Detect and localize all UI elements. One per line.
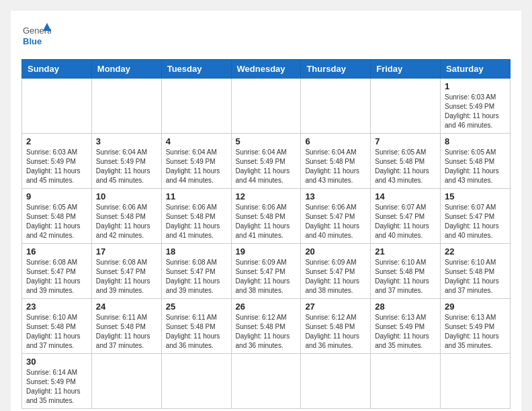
- day-info: Sunrise: 6:10 AM Sunset: 5:48 PM Dayligh…: [445, 258, 506, 295]
- calendar-week-row: 2Sunrise: 6:03 AM Sunset: 5:49 PM Daylig…: [22, 134, 511, 189]
- calendar-cell: 25Sunrise: 6:11 AM Sunset: 5:48 PM Dayli…: [161, 299, 231, 354]
- header: General Blue: [21, 21, 511, 51]
- calendar-cell: 3Sunrise: 6:04 AM Sunset: 5:49 PM Daylig…: [91, 134, 161, 189]
- calendar-cell: 17Sunrise: 6:08 AM Sunset: 5:47 PM Dayli…: [91, 244, 161, 299]
- calendar-cell: 27Sunrise: 6:12 AM Sunset: 5:48 PM Dayli…: [301, 299, 371, 354]
- day-info: Sunrise: 6:12 AM Sunset: 5:48 PM Dayligh…: [236, 313, 297, 351]
- calendar-body: 1Sunrise: 6:03 AM Sunset: 5:49 PM Daylig…: [22, 79, 511, 409]
- day-number: 20: [305, 246, 366, 257]
- calendar-week-row: 30Sunrise: 6:14 AM Sunset: 5:49 PM Dayli…: [22, 354, 511, 409]
- day-number: 17: [96, 246, 157, 257]
- day-number: 13: [305, 191, 366, 201]
- logo: General Blue: [21, 21, 51, 51]
- weekday-header-sunday: Sunday: [22, 60, 92, 79]
- calendar-cell: 26Sunrise: 6:12 AM Sunset: 5:48 PM Dayli…: [231, 299, 301, 354]
- day-info: Sunrise: 6:05 AM Sunset: 5:48 PM Dayligh…: [26, 203, 87, 240]
- day-info: Sunrise: 6:05 AM Sunset: 5:48 PM Dayligh…: [375, 148, 436, 185]
- day-info: Sunrise: 6:06 AM Sunset: 5:48 PM Dayligh…: [166, 203, 227, 240]
- day-info: Sunrise: 6:06 AM Sunset: 5:48 PM Dayligh…: [236, 203, 297, 240]
- day-info: Sunrise: 6:07 AM Sunset: 5:47 PM Dayligh…: [375, 203, 436, 240]
- calendar-cell: 29Sunrise: 6:13 AM Sunset: 5:49 PM Dayli…: [441, 299, 511, 354]
- day-number: 1: [445, 81, 506, 91]
- day-number: 14: [375, 191, 436, 201]
- day-number: 11: [166, 191, 227, 201]
- calendar-cell: 12Sunrise: 6:06 AM Sunset: 5:48 PM Dayli…: [231, 189, 301, 244]
- day-info: Sunrise: 6:14 AM Sunset: 5:49 PM Dayligh…: [26, 368, 87, 406]
- day-info: Sunrise: 6:03 AM Sunset: 5:49 PM Dayligh…: [26, 148, 87, 185]
- weekday-header-wednesday: Wednesday: [231, 60, 301, 79]
- calendar-cell: 20Sunrise: 6:09 AM Sunset: 5:47 PM Dayli…: [301, 244, 371, 299]
- weekday-header-friday: Friday: [371, 60, 441, 79]
- calendar-cell: [161, 79, 231, 134]
- calendar-cell: 24Sunrise: 6:11 AM Sunset: 5:48 PM Dayli…: [91, 299, 161, 354]
- calendar-cell: [91, 79, 161, 134]
- calendar-cell: 8Sunrise: 6:05 AM Sunset: 5:48 PM Daylig…: [441, 134, 511, 189]
- day-number: 3: [96, 136, 157, 146]
- calendar-container: General Blue SundayMondayTuesdayWednesda…: [11, 11, 521, 411]
- calendar-cell: 28Sunrise: 6:13 AM Sunset: 5:49 PM Dayli…: [371, 299, 441, 354]
- day-number: 12: [236, 191, 297, 201]
- day-number: 30: [26, 357, 87, 367]
- calendar-cell: [371, 79, 441, 134]
- day-info: Sunrise: 6:07 AM Sunset: 5:47 PM Dayligh…: [445, 203, 506, 240]
- calendar-cell: 22Sunrise: 6:10 AM Sunset: 5:48 PM Dayli…: [441, 244, 511, 299]
- logo-svg: General Blue: [21, 21, 51, 51]
- day-info: Sunrise: 6:08 AM Sunset: 5:47 PM Dayligh…: [26, 258, 87, 295]
- day-number: 29: [445, 302, 506, 312]
- day-info: Sunrise: 6:13 AM Sunset: 5:49 PM Dayligh…: [375, 313, 436, 351]
- calendar-week-row: 1Sunrise: 6:03 AM Sunset: 5:49 PM Daylig…: [22, 79, 511, 134]
- calendar-week-row: 16Sunrise: 6:08 AM Sunset: 5:47 PM Dayli…: [22, 244, 511, 299]
- day-number: 25: [166, 302, 227, 312]
- calendar-cell: [441, 354, 511, 409]
- calendar-cell: [371, 354, 441, 409]
- calendar-cell: 30Sunrise: 6:14 AM Sunset: 5:49 PM Dayli…: [22, 354, 92, 409]
- day-info: Sunrise: 6:08 AM Sunset: 5:47 PM Dayligh…: [166, 258, 227, 295]
- day-info: Sunrise: 6:08 AM Sunset: 5:47 PM Dayligh…: [96, 258, 157, 295]
- calendar-cell: 14Sunrise: 6:07 AM Sunset: 5:47 PM Dayli…: [371, 189, 441, 244]
- day-info: Sunrise: 6:03 AM Sunset: 5:49 PM Dayligh…: [445, 93, 506, 130]
- day-number: 19: [236, 246, 297, 257]
- day-info: Sunrise: 6:12 AM Sunset: 5:48 PM Dayligh…: [305, 313, 366, 351]
- day-number: 15: [445, 191, 506, 201]
- calendar-cell: 6Sunrise: 6:04 AM Sunset: 5:48 PM Daylig…: [301, 134, 371, 189]
- weekday-header-row: SundayMondayTuesdayWednesdayThursdayFrid…: [22, 60, 511, 79]
- day-info: Sunrise: 6:04 AM Sunset: 5:49 PM Dayligh…: [96, 148, 157, 185]
- day-number: 5: [236, 136, 297, 146]
- day-info: Sunrise: 6:11 AM Sunset: 5:48 PM Dayligh…: [96, 313, 157, 351]
- calendar-cell: 11Sunrise: 6:06 AM Sunset: 5:48 PM Dayli…: [161, 189, 231, 244]
- day-number: 24: [96, 302, 157, 312]
- calendar-cell: [301, 79, 371, 134]
- weekday-header-monday: Monday: [91, 60, 161, 79]
- calendar-cell: [161, 354, 231, 409]
- day-info: Sunrise: 6:10 AM Sunset: 5:48 PM Dayligh…: [375, 258, 436, 295]
- day-number: 27: [305, 302, 366, 312]
- day-info: Sunrise: 6:09 AM Sunset: 5:47 PM Dayligh…: [305, 258, 366, 295]
- day-number: 6: [305, 136, 366, 146]
- calendar-week-row: 9Sunrise: 6:05 AM Sunset: 5:48 PM Daylig…: [22, 189, 511, 244]
- weekday-header-saturday: Saturday: [441, 60, 511, 79]
- day-number: 23: [26, 302, 87, 312]
- calendar-cell: 18Sunrise: 6:08 AM Sunset: 5:47 PM Dayli…: [161, 244, 231, 299]
- calendar-cell: [231, 79, 301, 134]
- day-info: Sunrise: 6:04 AM Sunset: 5:48 PM Dayligh…: [305, 148, 366, 185]
- day-number: 7: [375, 136, 436, 146]
- day-number: 8: [445, 136, 506, 146]
- day-number: 26: [236, 302, 297, 312]
- day-info: Sunrise: 6:11 AM Sunset: 5:48 PM Dayligh…: [166, 313, 227, 351]
- calendar-cell: [301, 354, 371, 409]
- day-number: 21: [375, 246, 436, 257]
- calendar-cell: [22, 79, 92, 134]
- day-info: Sunrise: 6:13 AM Sunset: 5:49 PM Dayligh…: [445, 313, 506, 351]
- day-number: 18: [166, 246, 227, 257]
- calendar-cell: 5Sunrise: 6:04 AM Sunset: 5:49 PM Daylig…: [231, 134, 301, 189]
- day-number: 28: [375, 302, 436, 312]
- calendar-cell: 16Sunrise: 6:08 AM Sunset: 5:47 PM Dayli…: [22, 244, 92, 299]
- calendar-cell: 4Sunrise: 6:04 AM Sunset: 5:49 PM Daylig…: [161, 134, 231, 189]
- weekday-header-tuesday: Tuesday: [161, 60, 231, 79]
- day-info: Sunrise: 6:10 AM Sunset: 5:48 PM Dayligh…: [26, 313, 87, 351]
- calendar-cell: 2Sunrise: 6:03 AM Sunset: 5:49 PM Daylig…: [22, 134, 92, 189]
- day-number: 16: [26, 246, 87, 257]
- day-info: Sunrise: 6:05 AM Sunset: 5:48 PM Dayligh…: [445, 148, 506, 185]
- day-number: 10: [96, 191, 157, 201]
- calendar-cell: 1Sunrise: 6:03 AM Sunset: 5:49 PM Daylig…: [441, 79, 511, 134]
